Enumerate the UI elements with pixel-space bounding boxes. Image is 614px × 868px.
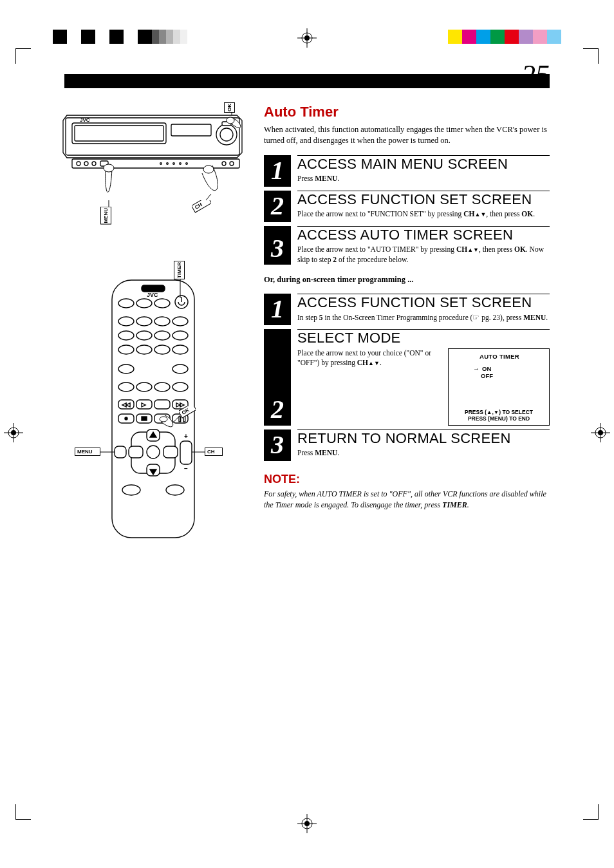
step-text: Place the arrow next to "FUNCTION SET" b… — [297, 209, 550, 220]
step-number: 1 — [264, 155, 291, 187]
svg-point-26 — [92, 162, 96, 165]
step-text-fragment: . — [337, 175, 339, 182]
svg-point-77 — [125, 417, 127, 420]
step-text-fragment: in the On-Screen Timer Programming proce… — [323, 314, 524, 321]
note-heading: NOTE: — [264, 473, 550, 486]
svg-rect-78 — [142, 417, 147, 420]
svg-rect-68 — [154, 400, 170, 409]
note-body: For safety, when AUTO TIMER is set to "O… — [264, 489, 550, 511]
svg-point-45 — [154, 299, 170, 308]
brand-label: JVC — [80, 117, 90, 123]
svg-point-31 — [186, 163, 188, 165]
svg-text:◀◀: ◀◀ — [122, 402, 131, 408]
between-text: Or, during on-screen timer programming .… — [264, 275, 550, 285]
plus-label: + — [184, 433, 188, 440]
osd-option-label: OFF — [481, 372, 493, 379]
svg-point-54 — [154, 331, 170, 340]
step: 3ACCESS AUTO TIMER SCREENPlace the arrow… — [264, 226, 550, 265]
step-body: ACCESS MAIN MENU SCREENPress MENU. — [291, 155, 550, 187]
step-number: 1 — [264, 294, 291, 325]
step-number: 3 — [264, 429, 291, 461]
registration-top — [0, 30, 614, 49]
step-title: ACCESS AUTO TIMER SCREEN — [297, 228, 550, 242]
key-label: MENU — [315, 449, 337, 457]
page-content: 25 — [64, 74, 550, 765]
svg-point-27 — [160, 163, 162, 165]
svg-point-44 — [136, 299, 152, 308]
step-text-fragment: In step — [297, 314, 319, 321]
svg-rect-42 — [142, 285, 165, 292]
step-body: ACCESS FUNCTION SET SCREENPlace the arro… — [291, 191, 550, 222]
key-label: MENU — [315, 175, 337, 182]
svg-point-65 — [172, 382, 188, 392]
svg-rect-19 — [171, 124, 211, 136]
step-text-fragment: , then press — [486, 210, 521, 218]
step-number: 2 — [264, 191, 291, 222]
osd-option-label: ON — [482, 365, 491, 372]
step-text-fragment: . — [546, 314, 548, 321]
diagram-column: JVC MENU — [64, 104, 245, 544]
step-text-fragment: Press — [297, 175, 315, 182]
vcr-diagram: JVC MENU — [64, 104, 245, 239]
callout-ok-remote: OK — [179, 406, 196, 419]
svg-text:▶: ▶ — [142, 402, 146, 408]
callout-ch: CH — [192, 200, 211, 213]
step: 1ACCESS MAIN MENU SCREENPress MENU. — [264, 155, 550, 187]
svg-point-43 — [118, 299, 134, 308]
svg-point-29 — [173, 163, 175, 165]
step: 2SELECT MODEAUTO TIMER→ONOFFPRESS (▲,▼) … — [264, 329, 550, 426]
step-text: Press MENU. — [297, 448, 550, 458]
osd-option: OFF — [455, 372, 544, 379]
section-heading: Auto Timer — [264, 104, 550, 120]
callout-menu-remote: MENU — [75, 448, 100, 456]
step-text-fragment: Place the arrow next to "AUTO TIMER" by … — [297, 245, 456, 253]
step-title: ACCESS MAIN MENU SCREEN — [297, 157, 550, 171]
section-intro: When activated, this function automatica… — [264, 124, 550, 146]
svg-point-32 — [222, 162, 226, 165]
step-text-fragment: , then press — [479, 245, 514, 253]
step-text-fragment: Place the arrow next to "FUNCTION SET" b… — [297, 210, 463, 218]
svg-point-56 — [118, 345, 134, 354]
step-text-fragment: . — [380, 359, 382, 366]
steps-a: 1ACCESS MAIN MENU SCREENPress MENU.2ACCE… — [264, 155, 550, 265]
svg-point-21 — [220, 128, 233, 141]
callout-menu: MENU — [100, 207, 111, 225]
step: 2ACCESS FUNCTION SET SCREENPlace the arr… — [264, 191, 550, 222]
osd-box: AUTO TIMER→ONOFFPRESS (▲,▼) TO SELECTPRE… — [448, 348, 550, 426]
steps-b: 1ACCESS FUNCTION SET SCREENIn step 5 in … — [264, 294, 550, 461]
svg-rect-83 — [129, 446, 143, 458]
step-text: In step 5 in the On-Screen Timer Program… — [297, 313, 550, 323]
svg-point-33 — [230, 162, 234, 165]
step-number: 3 — [264, 226, 291, 265]
svg-point-59 — [172, 345, 188, 354]
step-body: SELECT MODEAUTO TIMER→ONOFFPRESS (▲,▼) T… — [291, 329, 550, 426]
remote-brand: JVC — [147, 292, 158, 298]
reg-blocks-right — [448, 30, 561, 44]
step-body: ACCESS AUTO TIMER SCREENPlace the arrow … — [291, 226, 550, 265]
step-title: ACCESS FUNCTION SET SCREEN — [297, 296, 550, 310]
key-label: OK — [514, 245, 526, 253]
registration-mark-top-icon — [297, 28, 317, 50]
svg-point-55 — [172, 331, 188, 340]
note-body-post: . — [467, 500, 469, 509]
reg-blocks-left — [53, 30, 187, 44]
svg-point-49 — [136, 317, 152, 326]
registration-mark-bottom-icon — [297, 814, 317, 836]
trim-mark — [583, 48, 599, 64]
svg-rect-89 — [180, 441, 192, 464]
svg-point-30 — [180, 163, 181, 165]
svg-point-25 — [84, 162, 88, 165]
svg-point-53 — [136, 331, 152, 340]
trim-mark — [15, 804, 31, 820]
svg-point-24 — [77, 162, 80, 165]
svg-rect-88 — [115, 446, 126, 458]
svg-point-63 — [136, 382, 152, 392]
triangle-up-down-icon — [467, 245, 479, 253]
registration-mark-right-icon — [591, 423, 610, 445]
svg-point-48 — [118, 317, 134, 326]
trim-mark — [15, 48, 31, 64]
key-label: CH — [456, 245, 467, 253]
svg-rect-23 — [72, 159, 239, 168]
svg-rect-18 — [75, 126, 163, 141]
svg-point-35 — [104, 164, 114, 172]
